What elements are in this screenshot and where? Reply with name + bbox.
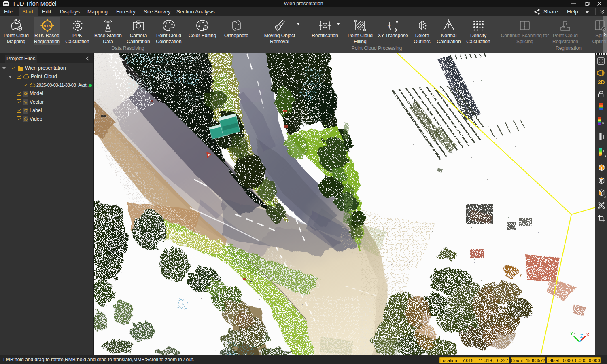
svg-text:X: X: [586, 332, 590, 338]
svg-text:Y: Y: [388, 25, 391, 28]
svg-text:RTK: RTK: [43, 23, 51, 28]
svg-text:Z: Z: [580, 334, 583, 339]
svg-text:B: B: [602, 121, 604, 125]
svg-text:Y: Y: [570, 330, 573, 336]
svg-text:T: T: [603, 149, 605, 153]
